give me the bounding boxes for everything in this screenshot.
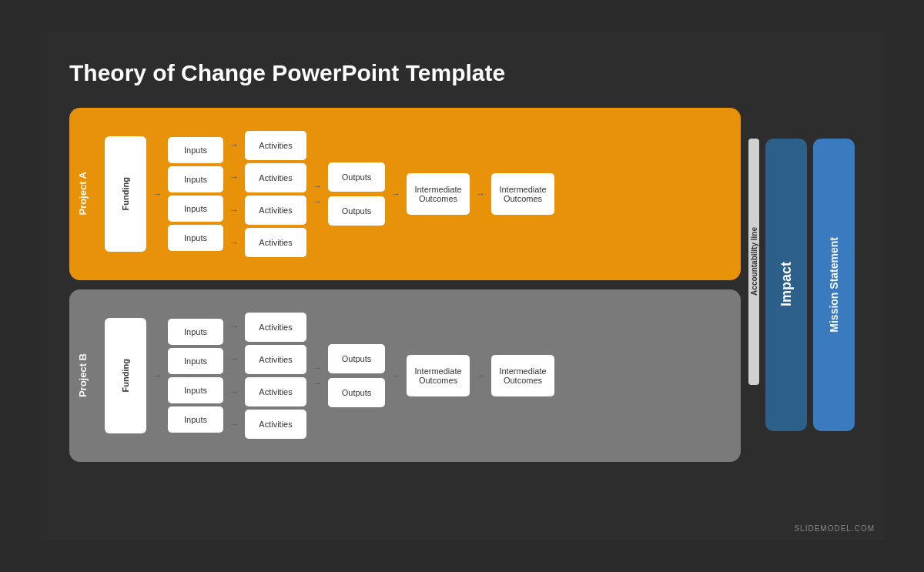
inputs-col-b: Inputs Inputs Inputs Inputs xyxy=(168,319,223,433)
mission-panel: Mission Statement xyxy=(813,139,855,431)
project-a-label: Project A xyxy=(77,172,99,216)
activity-b1: Activities xyxy=(245,313,306,342)
activity-b2: Activities xyxy=(245,345,306,374)
activity-a1: Activities xyxy=(245,131,306,160)
funding-label-b: Funding xyxy=(121,359,130,392)
outputs-col-b: Outputs Outputs xyxy=(328,344,385,407)
activity-b3: Activities xyxy=(245,377,306,406)
int-outcomes-b1: Intermediate Outcomes xyxy=(407,355,470,396)
watermark: SLIDEMODEL.COM xyxy=(794,524,875,533)
input-a1: Inputs xyxy=(168,137,223,163)
accountability-line: Accountability line xyxy=(748,139,759,385)
accountability-text: Accountability line xyxy=(750,227,758,296)
output-a2: Outputs xyxy=(328,196,385,226)
input-a2: Inputs xyxy=(168,166,223,192)
project-b-band: Project B Funding → Inputs Inputs Inputs… xyxy=(69,289,741,462)
project-b-label: Project B xyxy=(77,353,99,397)
inputs-col-a: Inputs Inputs Inputs Inputs xyxy=(168,137,223,251)
int-outcomes1-col-a: Intermediate Outcomes xyxy=(407,173,470,215)
arrow-int1-int2-a: → xyxy=(476,189,485,199)
output-b1: Outputs xyxy=(328,344,385,373)
outputs-col-a: Outputs Outputs xyxy=(328,162,385,226)
int-outcomes-b2: Intermediate Outcomes xyxy=(491,355,554,396)
input-a4: Inputs xyxy=(168,225,223,251)
arrows-act-out-b: → → xyxy=(313,310,322,441)
int-outcomes1-col-b: Intermediate Outcomes xyxy=(407,355,470,396)
int-outcomes2-col-a: Intermediate Outcomes xyxy=(491,173,554,215)
impact-text: Impact xyxy=(778,262,795,306)
side-panels: Accountability line Impact Mission State… xyxy=(748,139,855,431)
input-b4: Inputs xyxy=(168,406,223,433)
arrow-funding-inputs-a: → xyxy=(152,189,162,199)
arrows-in-act-a: → → → → xyxy=(229,129,239,259)
activity-a3: Activities xyxy=(245,196,306,225)
activities-col-a: Activities Activities Activities Activit… xyxy=(245,131,306,257)
output-b2: Outputs xyxy=(328,378,385,407)
projects-column: Project A Funding → Inputs Inputs Inputs… xyxy=(69,108,741,462)
diagrams-area: Project A Funding → Inputs Inputs Inputs… xyxy=(69,108,855,462)
mission-text: Mission Statement xyxy=(828,237,840,333)
int-outcomes2-col-b: Intermediate Outcomes xyxy=(491,355,554,396)
arrows-act-out-a: → → xyxy=(313,129,322,259)
arrow-out-int1-a: → xyxy=(391,189,400,199)
activity-a4: Activities xyxy=(245,228,306,257)
slide: Theory of Change PowerPoint Template Pro… xyxy=(38,32,886,540)
activity-b4: Activities xyxy=(245,410,306,439)
activities-col-b: Activities Activities Activities Activit… xyxy=(245,313,306,439)
input-b2: Inputs xyxy=(168,348,223,374)
arrow-int1-int2-b: → xyxy=(476,370,485,381)
activity-a2: Activities xyxy=(245,163,306,192)
funding-box-a: Funding xyxy=(105,136,146,252)
input-a3: Inputs xyxy=(168,196,223,222)
funding-label-a: Funding xyxy=(121,177,130,210)
int-outcomes-a2: Intermediate Outcomes xyxy=(491,173,554,215)
arrow-funding-inputs-b: → xyxy=(152,370,162,381)
slide-title: Theory of Change PowerPoint Template xyxy=(69,60,855,86)
output-a1: Outputs xyxy=(328,162,385,192)
input-b3: Inputs xyxy=(168,377,223,403)
int-outcomes-a1: Intermediate Outcomes xyxy=(407,173,470,215)
arrow-out-int1-b: → xyxy=(391,370,400,381)
funding-box-b: Funding xyxy=(105,318,146,433)
arrows-in-act-b: → → → → xyxy=(229,310,239,441)
project-a-band: Project A Funding → Inputs Inputs Inputs… xyxy=(69,108,741,280)
impact-panel: Impact xyxy=(765,139,807,431)
input-b1: Inputs xyxy=(168,319,223,345)
